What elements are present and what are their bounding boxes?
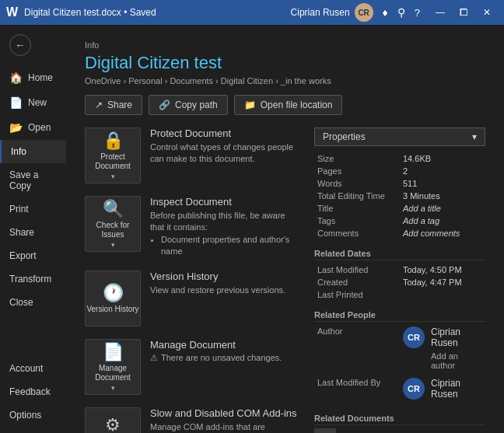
properties-header[interactable]: Properties ▾ xyxy=(314,127,485,146)
search-icon[interactable]: ⚲ xyxy=(397,6,405,19)
title-bar-user[interactable]: Ciprian Rusen CR xyxy=(291,3,373,22)
prop-title-label: Title xyxy=(314,202,400,215)
inspect-document-icon-box[interactable]: 🔍 Check for Issues ▾ xyxy=(85,196,141,252)
action-buttons: ↗ Share 🔗 Copy path 📁 Open file location xyxy=(85,95,485,115)
last-modified-avatar: CR xyxy=(403,378,425,400)
sidebar-bottom: Account Feedback Options xyxy=(0,357,66,433)
minimize-button[interactable]: — xyxy=(429,2,451,23)
close-label: Close xyxy=(9,297,33,308)
related-people-title: Related People xyxy=(314,310,485,322)
sidebar-item-close[interactable]: Close xyxy=(0,291,66,314)
sidebar-top: ← xyxy=(0,28,66,62)
export-label: Export xyxy=(9,250,37,261)
inspect-document-bullets: Document properties and author's name xyxy=(161,234,299,258)
protect-document-title: Protect Document xyxy=(150,127,299,139)
related-documents-title: Related Documents xyxy=(314,414,485,425)
prop-comments: Comments Add comments xyxy=(314,227,485,239)
manage-document-card: 📄 Manage Document ▾ Manage Document ⚠ Th… xyxy=(85,339,299,395)
protect-document-icon-box[interactable]: 🔒 Protect Document ▾ xyxy=(85,127,141,183)
sidebar-item-save-a-copy[interactable]: Save a Copy xyxy=(0,163,66,197)
prop-size: Size 14.6KB xyxy=(314,152,485,165)
open-file-location-button[interactable]: 📁 Open file location xyxy=(234,95,343,115)
prop-author-row: Author CR Ciprian Rusen Add an author xyxy=(314,325,485,376)
sidebar-item-options[interactable]: Options xyxy=(0,403,66,427)
warning-icon: ⚠ xyxy=(150,353,158,363)
com-add-ins-icon-box[interactable]: ⚙ Manage COM Add-ins xyxy=(85,407,141,433)
prop-tags: Tags Add a tag xyxy=(314,215,485,227)
prop-comments-value[interactable]: Add comments xyxy=(400,227,485,239)
protect-document-dropdown: ▾ xyxy=(111,173,115,180)
share-button[interactable]: ↗ Share xyxy=(85,95,142,115)
version-history-title: Version History xyxy=(150,271,299,282)
share-button-label: Share xyxy=(107,100,132,110)
close-button[interactable]: ✕ xyxy=(476,2,498,23)
protect-document-card: 🔒 Protect Document ▾ Protect Document Co… xyxy=(85,127,299,183)
manage-document-warning-text: There are no unsaved changes. xyxy=(161,353,282,362)
options-label: Options xyxy=(9,410,41,421)
title-bar-left: W Digital Citizen test.docx • Saved xyxy=(6,5,156,19)
sidebar-item-export[interactable]: Export xyxy=(0,244,66,267)
window-controls: — ⧠ ✕ xyxy=(429,2,498,23)
ribbon-icon[interactable]: ♦ xyxy=(383,6,388,19)
last-modified-name: Ciprian Rusen xyxy=(431,378,482,400)
inspect-icon: 🔍 xyxy=(103,199,124,219)
inspect-bullet-1: Document properties and author's name xyxy=(161,234,299,258)
properties-panel: Properties ▾ Size 14.6KB Pages 2 Words 5… xyxy=(314,127,485,433)
sidebar-item-feedback[interactable]: Feedback xyxy=(0,380,66,403)
prop-pages-label: Pages xyxy=(314,165,400,177)
inspect-document-title: Inspect Document xyxy=(150,196,299,208)
prop-editing-time-value: 3 Minutes xyxy=(400,190,485,202)
share-icon: ↗ xyxy=(95,100,103,110)
save-a-copy-label: Save a Copy xyxy=(9,169,57,191)
prop-tags-value[interactable]: Add a tag xyxy=(400,215,485,227)
doc-icon: 📄 xyxy=(314,428,336,433)
protect-document-icon-label: Protect Document xyxy=(86,152,140,171)
sidebar-item-open-label: Open xyxy=(28,122,51,133)
copy-path-button[interactable]: 🔗 Copy path xyxy=(149,95,228,115)
copy-path-icon: 🔗 xyxy=(159,100,170,110)
prop-words-value: 511 xyxy=(400,177,485,190)
prop-pages-value: 2 xyxy=(400,165,485,177)
manage-doc-icon: 📄 xyxy=(103,342,124,362)
prop-last-modified-by-label: Last Modified By xyxy=(314,376,400,404)
help-icon[interactable]: ? xyxy=(415,7,420,19)
sidebar-item-info[interactable]: Info xyxy=(0,140,66,163)
main-content: Info Digital Citizen test OneDrive › Per… xyxy=(66,25,504,433)
inspect-document-desc: Before publishing this file, be aware th… xyxy=(150,210,299,234)
prop-title-value[interactable]: Add a title xyxy=(400,202,485,215)
manage-document-icon-box[interactable]: 📄 Manage Document ▾ xyxy=(85,339,141,395)
sidebar-item-transform[interactable]: Transform xyxy=(0,267,66,291)
prop-title: Title Add a title xyxy=(314,202,485,215)
add-author-link[interactable]: Add an author xyxy=(431,351,482,370)
version-history-desc: View and restore previous versions. xyxy=(150,285,299,296)
clock-icon: 🕐 xyxy=(103,283,124,303)
copy-path-label: Copy path xyxy=(175,100,218,110)
open-folder-icon: 📁 xyxy=(244,100,256,110)
inspect-document-content: Inspect Document Before publishing this … xyxy=(150,196,299,258)
prop-words-label: Words xyxy=(314,177,400,190)
prop-size-value: 14.6KB xyxy=(400,152,485,165)
version-history-icon-box[interactable]: 🕐 Version History xyxy=(85,271,141,326)
author-person-row: CR Ciprian Rusen xyxy=(403,326,482,348)
com-add-ins-content: Slow and Disabled COM Add-ins Manage COM… xyxy=(150,407,299,433)
prop-last-printed-label: Last Printed xyxy=(314,288,400,301)
manage-document-content: Manage Document ⚠ There are no unsaved c… xyxy=(150,339,299,363)
restore-button[interactable]: ⧠ xyxy=(453,2,474,23)
open-icon: 📂 xyxy=(9,121,22,134)
back-button[interactable]: ← xyxy=(9,34,31,56)
prop-editing-time-label: Total Editing Time xyxy=(314,190,400,202)
manage-document-title: Manage Document xyxy=(150,339,299,351)
transform-label: Transform xyxy=(9,274,51,285)
version-history-content: Version History View and restore previou… xyxy=(150,271,299,296)
sidebar-item-print[interactable]: Print xyxy=(0,197,66,221)
sidebar-item-new[interactable]: 📄 New xyxy=(0,90,66,115)
sidebar-item-home[interactable]: 🏠 Home xyxy=(0,65,66,90)
sidebar-item-account[interactable]: Account xyxy=(0,357,66,380)
info-cards: 🔒 Protect Document ▾ Protect Document Co… xyxy=(85,127,299,433)
sidebar-item-new-label: New xyxy=(28,97,47,108)
sidebar-item-share[interactable]: Share xyxy=(0,221,66,244)
title-bar-title: Digital Citizen test.docx • Saved xyxy=(24,7,156,18)
prop-last-printed: Last Printed xyxy=(314,288,485,301)
sidebar-item-open[interactable]: 📂 Open xyxy=(0,115,66,140)
prop-last-modified-by-row: Last Modified By CR Ciprian Rusen xyxy=(314,376,485,404)
